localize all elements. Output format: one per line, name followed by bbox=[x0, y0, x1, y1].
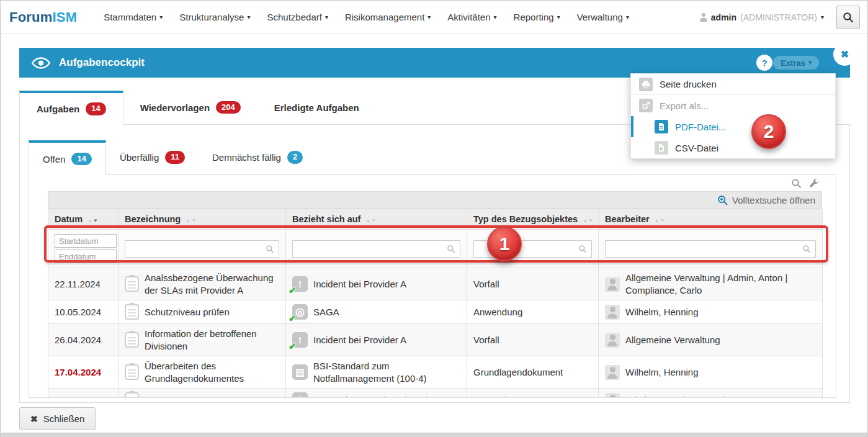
menu-stammdaten[interactable]: Stammdaten▾ bbox=[104, 12, 163, 22]
user-menu[interactable]: admin (ADMINISTRATOR) ▾ bbox=[700, 12, 824, 22]
user-role: (ADMINISTRATOR) bbox=[740, 12, 817, 22]
task-reference-type: Anwendung bbox=[467, 300, 599, 324]
zoom-in-icon bbox=[717, 195, 728, 205]
tab-erledigte-aufgaben[interactable]: Erledigte Aufgaben bbox=[257, 91, 376, 124]
page-title: Aufgabencockpit bbox=[59, 56, 145, 69]
close-icon: ✖ bbox=[30, 414, 38, 424]
pdf-file-icon bbox=[655, 120, 668, 133]
bezeichnung-filter-input[interactable] bbox=[125, 240, 279, 258]
menu-verwaltung[interactable]: Verwaltung▾ bbox=[577, 12, 629, 22]
help-button[interactable]: ? bbox=[756, 55, 772, 71]
global-search-button[interactable] bbox=[836, 6, 860, 29]
column-header-typ[interactable]: Typ des Bezugsobjektes▲▼ bbox=[467, 209, 599, 230]
reference-icon: ✔ bbox=[292, 332, 308, 348]
filter-row bbox=[48, 230, 823, 268]
task-title: Test am 26.03.2024 bbox=[145, 394, 279, 398]
chevron-down-icon: ▾ bbox=[427, 14, 431, 20]
search-icon bbox=[578, 245, 587, 253]
dialog-close-button[interactable]: ✖ bbox=[833, 43, 856, 66]
close-dialog-button[interactable]: ✖ Schließen bbox=[19, 407, 96, 430]
table-settings-button[interactable] bbox=[809, 178, 820, 189]
tab-aufgaben[interactable]: Aufgaben 14 bbox=[19, 91, 123, 125]
wrench-icon bbox=[809, 178, 820, 189]
chevron-down-icon: ▾ bbox=[557, 14, 560, 20]
task-reference-type: Anwendung bbox=[467, 389, 599, 399]
bezieht-sich-auf-filter-input[interactable] bbox=[292, 240, 460, 258]
task-date: 17.04.2024 bbox=[48, 356, 119, 389]
table-row[interactable]: 22.11.2024 Analssbezogene Überwachung de… bbox=[48, 268, 823, 300]
task-reference-type: Vorfall bbox=[467, 324, 599, 356]
person-icon bbox=[605, 393, 620, 399]
task-reference: Incident bei Provider A bbox=[313, 278, 460, 291]
fulltext-search-toggle[interactable]: Volltextsuche öffnen bbox=[48, 191, 822, 209]
page-bottom-strip bbox=[1, 433, 867, 437]
task-list-panel: Volltextsuche öffnen Datum▲▼ Bezeichnung… bbox=[29, 174, 836, 398]
menu-reporting[interactable]: Reporting▾ bbox=[514, 12, 560, 22]
task-title: Schutzniveau prüfen bbox=[145, 306, 279, 318]
tab-wiedervorlagen[interactable]: Wiedervorlagen 204 bbox=[123, 91, 257, 124]
column-header-bezeichnung[interactable]: Bezeichnung▲▼ bbox=[119, 209, 286, 230]
startdatum-filter-input[interactable] bbox=[55, 234, 117, 248]
task-assignees: Admin, Anton | Datenschutz, Dagmar bbox=[625, 394, 816, 398]
table-row[interactable]: 27.03.2024 Test am 26.03.2024 ✔ Data Dri… bbox=[48, 389, 823, 399]
person-icon bbox=[605, 305, 620, 320]
typ-filter-input[interactable] bbox=[473, 240, 592, 258]
user-name: admin bbox=[711, 12, 736, 22]
printer-icon bbox=[639, 78, 653, 91]
eye-icon bbox=[32, 57, 50, 69]
extras-button[interactable]: Extras ▾ bbox=[773, 56, 819, 70]
enddatum-filter-input[interactable] bbox=[55, 250, 117, 263]
sub-tab-bar: Offen 14 Überfällig 11 Demnächst fällig … bbox=[29, 140, 316, 174]
person-icon bbox=[605, 277, 620, 292]
table-search-button[interactable] bbox=[791, 178, 802, 189]
check-icon: ✔ bbox=[289, 284, 297, 297]
task-icon bbox=[125, 304, 139, 320]
chevron-down-icon: ▾ bbox=[247, 14, 250, 20]
table-row[interactable]: 10.05.2024 Schutzniveau prüfen ✔ SAGA An… bbox=[48, 300, 823, 324]
chevron-down-icon: ▾ bbox=[821, 14, 824, 20]
search-icon bbox=[791, 178, 802, 189]
menu-item-seite-drucken[interactable]: Seite drucken bbox=[631, 74, 835, 95]
menu-item-csv-datei[interactable]: CSV-Datei bbox=[631, 137, 835, 158]
task-title: Analssbezogene Überwachung der SLAs mit … bbox=[145, 272, 279, 296]
task-assignees: Wilhelm, Henning bbox=[625, 306, 816, 318]
table-row[interactable]: 26.04.2024 Information der betroffenen D… bbox=[48, 324, 823, 356]
menu-strukturanalyse[interactable]: Strukturanalyse▾ bbox=[179, 12, 250, 22]
task-icon bbox=[125, 276, 139, 292]
subtab-demnaechst-faellig[interactable]: Demnächst fällig 2 bbox=[199, 140, 316, 174]
task-title: Information der betroffenen Divisionen bbox=[145, 328, 279, 352]
chevron-down-icon: ▾ bbox=[494, 14, 497, 20]
task-reference-type: Grundlagendokument bbox=[467, 356, 599, 389]
menu-schutzbedarf[interactable]: Schutzbedarf▾ bbox=[267, 12, 328, 22]
sort-icon: ▲▼ bbox=[583, 218, 594, 223]
top-navigation-bar: ForumISM Stammdaten▾ Strukturanalyse▾ Sc… bbox=[1, 1, 867, 34]
menu-item-export-als[interactable]: Export als... bbox=[631, 95, 835, 116]
logo-primary: Forum bbox=[9, 9, 52, 25]
menu-item-pdf-datei[interactable]: PDF-Datei... bbox=[631, 116, 835, 137]
sort-icon: ▲▼ bbox=[186, 218, 197, 223]
column-header-datum[interactable]: Datum▲▼ bbox=[48, 209, 119, 230]
task-reference: SAGA bbox=[313, 306, 460, 318]
chevron-down-icon: ▾ bbox=[808, 60, 812, 66]
export-icon bbox=[639, 99, 653, 112]
tab-badge: 14 bbox=[86, 102, 105, 115]
subtab-offen[interactable]: Offen 14 bbox=[29, 140, 106, 175]
person-icon bbox=[605, 365, 620, 380]
table-row[interactable]: 17.04.2024 Überarbeiten des Grundlagendo… bbox=[48, 356, 823, 389]
application-window: ForumISM Stammdaten▾ Strukturanalyse▾ Sc… bbox=[0, 0, 868, 437]
sort-icon: ▲▼ bbox=[655, 218, 666, 223]
table-header-row: Datum▲▼ Bezeichnung▲▼ Bezieht sich auf▲▼… bbox=[48, 209, 823, 230]
subtab-badge: 11 bbox=[165, 151, 185, 163]
column-header-bezieht-sich-auf[interactable]: Bezieht sich auf▲▼ bbox=[286, 209, 467, 230]
user-icon bbox=[700, 13, 707, 22]
menu-risikomanagement[interactable]: Risikomanagement▾ bbox=[345, 12, 431, 22]
task-date: 22.11.2024 bbox=[48, 268, 119, 300]
menu-aktivitaeten[interactable]: Aktivitäten▾ bbox=[447, 12, 496, 22]
bearbeiter-filter-input[interactable] bbox=[605, 240, 816, 258]
subtab-ueberfaellig[interactable]: Überfällig 11 bbox=[106, 140, 199, 174]
column-header-bearbeiter[interactable]: Bearbeiter▲▼ bbox=[599, 209, 823, 230]
task-date: 10.05.2024 bbox=[48, 300, 119, 324]
task-reference-type: Vorfall bbox=[467, 268, 599, 300]
app-logo[interactable]: ForumISM bbox=[9, 9, 77, 25]
csv-file-icon bbox=[655, 141, 668, 155]
